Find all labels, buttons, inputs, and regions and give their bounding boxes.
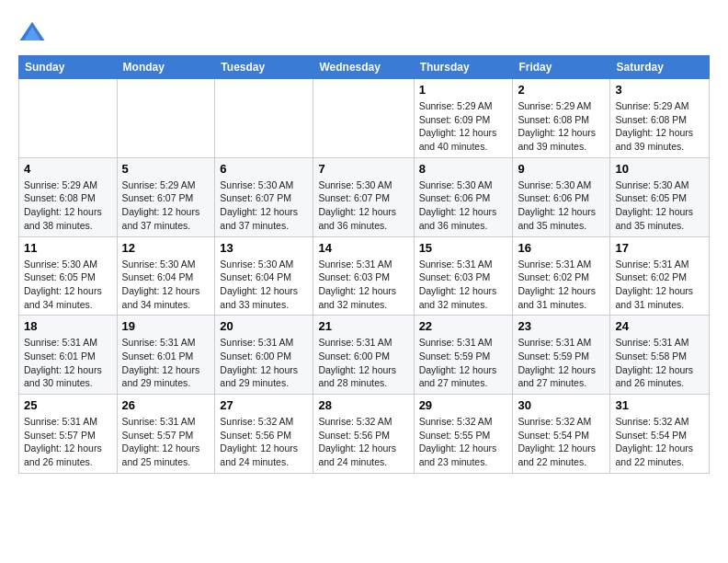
calendar-cell: 22Sunrise: 5:31 AM Sunset: 5:59 PM Dayli…: [414, 316, 513, 395]
calendar-cell: [117, 79, 215, 158]
day-info: Sunrise: 5:29 AM Sunset: 6:09 PM Dayligh…: [419, 99, 508, 154]
day-info: Sunrise: 5:31 AM Sunset: 6:00 PM Dayligh…: [318, 336, 408, 390]
day-number: 6: [220, 162, 308, 176]
day-number: 22: [419, 319, 508, 333]
calendar-cell: 7Sunrise: 5:30 AM Sunset: 6:07 PM Daylig…: [313, 157, 414, 236]
calendar-cell: 13Sunrise: 5:30 AM Sunset: 6:04 PM Dayli…: [215, 236, 313, 316]
header-friday: Friday: [513, 56, 610, 79]
calendar-cell: 19Sunrise: 5:31 AM Sunset: 6:01 PM Dayli…: [117, 316, 215, 395]
day-info: Sunrise: 5:29 AM Sunset: 6:07 PM Dayligh…: [122, 178, 210, 233]
day-number: 5: [122, 162, 210, 176]
page-header: [18, 18, 710, 46]
calendar-cell: 5Sunrise: 5:29 AM Sunset: 6:07 PM Daylig…: [117, 157, 215, 236]
day-number: 19: [122, 319, 210, 333]
day-number: 9: [518, 162, 605, 176]
day-number: 28: [318, 398, 408, 412]
day-info: Sunrise: 5:32 AM Sunset: 5:56 PM Dayligh…: [318, 415, 408, 469]
calendar-week-row: 1Sunrise: 5:29 AM Sunset: 6:09 PM Daylig…: [19, 79, 710, 158]
day-number: 3: [615, 83, 704, 97]
day-info: Sunrise: 5:30 AM Sunset: 6:07 PM Dayligh…: [318, 178, 408, 233]
calendar-cell: 30Sunrise: 5:32 AM Sunset: 5:54 PM Dayli…: [513, 395, 610, 474]
day-info: Sunrise: 5:31 AM Sunset: 6:00 PM Dayligh…: [220, 336, 308, 390]
logo: [18, 18, 51, 46]
calendar-week-row: 4Sunrise: 5:29 AM Sunset: 6:08 PM Daylig…: [19, 157, 710, 236]
day-number: 8: [419, 162, 508, 176]
calendar-body: 1Sunrise: 5:29 AM Sunset: 6:09 PM Daylig…: [19, 79, 710, 474]
logo-icon: [18, 18, 46, 46]
calendar-cell: 4Sunrise: 5:29 AM Sunset: 6:08 PM Daylig…: [19, 157, 118, 236]
day-info: Sunrise: 5:31 AM Sunset: 6:03 PM Dayligh…: [419, 258, 508, 312]
day-info: Sunrise: 5:31 AM Sunset: 5:57 PM Dayligh…: [122, 415, 210, 469]
day-info: Sunrise: 5:32 AM Sunset: 5:56 PM Dayligh…: [220, 415, 308, 469]
calendar-cell: 20Sunrise: 5:31 AM Sunset: 6:00 PM Dayli…: [215, 316, 313, 395]
day-info: Sunrise: 5:32 AM Sunset: 5:54 PM Dayligh…: [518, 415, 605, 469]
day-info: Sunrise: 5:32 AM Sunset: 5:54 PM Dayligh…: [615, 415, 704, 469]
day-number: 31: [615, 398, 704, 412]
calendar-cell: [313, 79, 414, 158]
calendar-cell: 17Sunrise: 5:31 AM Sunset: 6:02 PM Dayli…: [610, 236, 710, 316]
day-number: 25: [24, 398, 112, 412]
calendar-week-row: 11Sunrise: 5:30 AM Sunset: 6:05 PM Dayli…: [19, 236, 710, 316]
day-info: Sunrise: 5:30 AM Sunset: 6:04 PM Dayligh…: [220, 258, 308, 312]
day-info: Sunrise: 5:31 AM Sunset: 5:57 PM Dayligh…: [24, 415, 112, 469]
calendar-cell: 1Sunrise: 5:29 AM Sunset: 6:09 PM Daylig…: [414, 79, 513, 158]
day-number: 14: [318, 241, 408, 255]
day-info: Sunrise: 5:29 AM Sunset: 6:08 PM Dayligh…: [24, 178, 112, 233]
day-number: 7: [318, 162, 408, 176]
calendar-cell: 15Sunrise: 5:31 AM Sunset: 6:03 PM Dayli…: [414, 236, 513, 316]
calendar-cell: 9Sunrise: 5:30 AM Sunset: 6:06 PM Daylig…: [513, 157, 610, 236]
day-info: Sunrise: 5:30 AM Sunset: 6:05 PM Dayligh…: [24, 258, 112, 312]
day-number: 15: [419, 241, 508, 255]
day-info: Sunrise: 5:31 AM Sunset: 6:01 PM Dayligh…: [122, 336, 210, 390]
calendar-header-row: SundayMondayTuesdayWednesdayThursdayFrid…: [19, 56, 710, 79]
day-info: Sunrise: 5:31 AM Sunset: 6:01 PM Dayligh…: [24, 336, 112, 390]
header-thursday: Thursday: [414, 56, 513, 79]
header-sunday: Sunday: [19, 56, 118, 79]
calendar-cell: 31Sunrise: 5:32 AM Sunset: 5:54 PM Dayli…: [610, 395, 710, 474]
calendar-cell: 21Sunrise: 5:31 AM Sunset: 6:00 PM Dayli…: [313, 316, 414, 395]
day-info: Sunrise: 5:30 AM Sunset: 6:07 PM Dayligh…: [220, 178, 308, 233]
day-number: 21: [318, 319, 408, 333]
day-info: Sunrise: 5:29 AM Sunset: 6:08 PM Dayligh…: [518, 99, 605, 154]
calendar-week-row: 18Sunrise: 5:31 AM Sunset: 6:01 PM Dayli…: [19, 316, 710, 395]
calendar-cell: 24Sunrise: 5:31 AM Sunset: 5:58 PM Dayli…: [610, 316, 710, 395]
day-info: Sunrise: 5:31 AM Sunset: 6:02 PM Dayligh…: [518, 258, 605, 312]
calendar-table: SundayMondayTuesdayWednesdayThursdayFrid…: [18, 55, 710, 474]
day-number: 10: [615, 162, 704, 176]
day-number: 18: [24, 319, 112, 333]
calendar-week-row: 25Sunrise: 5:31 AM Sunset: 5:57 PM Dayli…: [19, 395, 710, 474]
day-number: 2: [518, 83, 605, 97]
calendar-cell: 6Sunrise: 5:30 AM Sunset: 6:07 PM Daylig…: [215, 157, 313, 236]
day-number: 29: [419, 398, 508, 412]
day-info: Sunrise: 5:31 AM Sunset: 6:02 PM Dayligh…: [615, 258, 704, 312]
day-number: 20: [220, 319, 308, 333]
calendar-cell: [215, 79, 313, 158]
day-info: Sunrise: 5:31 AM Sunset: 5:58 PM Dayligh…: [615, 336, 704, 390]
day-number: 1: [419, 83, 508, 97]
header-saturday: Saturday: [610, 56, 710, 79]
calendar-cell: 8Sunrise: 5:30 AM Sunset: 6:06 PM Daylig…: [414, 157, 513, 236]
calendar-cell: 25Sunrise: 5:31 AM Sunset: 5:57 PM Dayli…: [19, 395, 118, 474]
calendar-cell: 10Sunrise: 5:30 AM Sunset: 6:05 PM Dayli…: [610, 157, 710, 236]
calendar-cell: 2Sunrise: 5:29 AM Sunset: 6:08 PM Daylig…: [513, 79, 610, 158]
calendar-cell: 29Sunrise: 5:32 AM Sunset: 5:55 PM Dayli…: [414, 395, 513, 474]
day-info: Sunrise: 5:30 AM Sunset: 6:04 PM Dayligh…: [122, 258, 210, 312]
header-wednesday: Wednesday: [313, 56, 414, 79]
day-info: Sunrise: 5:31 AM Sunset: 5:59 PM Dayligh…: [518, 336, 605, 390]
day-info: Sunrise: 5:32 AM Sunset: 5:55 PM Dayligh…: [419, 415, 508, 469]
calendar-cell: [19, 79, 118, 158]
day-info: Sunrise: 5:29 AM Sunset: 6:08 PM Dayligh…: [615, 99, 704, 154]
day-number: 17: [615, 241, 704, 255]
day-number: 26: [122, 398, 210, 412]
calendar-cell: 18Sunrise: 5:31 AM Sunset: 6:01 PM Dayli…: [19, 316, 118, 395]
day-number: 4: [24, 162, 112, 176]
calendar-cell: 12Sunrise: 5:30 AM Sunset: 6:04 PM Dayli…: [117, 236, 215, 316]
calendar-cell: 3Sunrise: 5:29 AM Sunset: 6:08 PM Daylig…: [610, 79, 710, 158]
day-number: 11: [24, 241, 112, 255]
calendar-cell: 23Sunrise: 5:31 AM Sunset: 5:59 PM Dayli…: [513, 316, 610, 395]
day-info: Sunrise: 5:30 AM Sunset: 6:05 PM Dayligh…: [615, 178, 704, 233]
calendar-cell: 28Sunrise: 5:32 AM Sunset: 5:56 PM Dayli…: [313, 395, 414, 474]
day-info: Sunrise: 5:30 AM Sunset: 6:06 PM Dayligh…: [419, 178, 508, 233]
day-info: Sunrise: 5:30 AM Sunset: 6:06 PM Dayligh…: [518, 178, 605, 233]
calendar-cell: 16Sunrise: 5:31 AM Sunset: 6:02 PM Dayli…: [513, 236, 610, 316]
